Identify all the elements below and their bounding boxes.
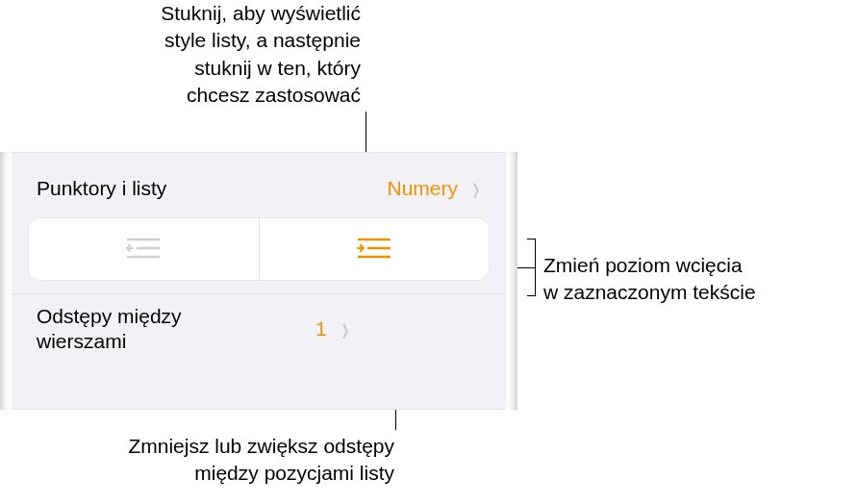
chevron-right-icon: › bbox=[341, 311, 348, 348]
indent-button[interactable] bbox=[260, 218, 490, 280]
leader-bracket bbox=[527, 295, 535, 296]
line-spacing-label: Odstępy między wierszami bbox=[37, 304, 315, 355]
callout-list-style: Stuknij, aby wyświetlić style listy, a n… bbox=[63, 0, 361, 109]
line-spacing-value: 1 bbox=[315, 317, 327, 340]
panel-shadow bbox=[506, 152, 517, 410]
bullets-and-lists-row[interactable]: Punktory i listy Numery › bbox=[12, 163, 506, 214]
panel-shadow bbox=[0, 152, 12, 410]
bullets-and-lists-value: Numery bbox=[387, 177, 458, 200]
indent-segmented-control bbox=[12, 214, 506, 293]
outdent-button[interactable] bbox=[29, 218, 259, 280]
callout-line-spacing: Zmniejsz lub zwiększ odstępy między pozy… bbox=[58, 433, 394, 488]
format-panel: Punktory i listy Numery › bbox=[0, 152, 517, 410]
callout-indent: Zmień poziom wcięcia w zaznaczonym tekśc… bbox=[543, 252, 856, 307]
chevron-right-icon: › bbox=[473, 170, 480, 208]
outdent-icon bbox=[122, 235, 164, 265]
leader-bracket bbox=[535, 239, 536, 296]
leader-bracket bbox=[527, 239, 535, 239]
line-spacing-row[interactable]: Odstępy między wierszami 1 › bbox=[12, 293, 506, 365]
indent-icon bbox=[353, 235, 395, 265]
bullets-and-lists-label: Punktory i listy bbox=[37, 177, 387, 200]
leader-line bbox=[516, 267, 535, 268]
